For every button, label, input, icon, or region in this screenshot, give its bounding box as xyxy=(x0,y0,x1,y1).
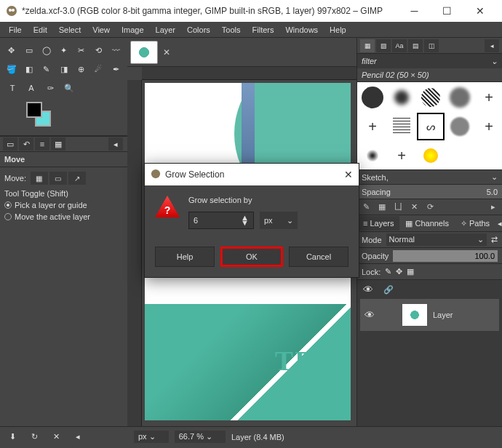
statusbar: ⬇ ↻ ✕ ◂ px ⌄ 66.7 % ⌄ Layer (8.4 MB) xyxy=(0,426,502,447)
sb-menu-icon[interactable]: ◂ xyxy=(70,430,86,444)
fonts-tab-icon[interactable]: Aa xyxy=(392,39,407,52)
lock-pixels-icon[interactable]: ✎ xyxy=(385,267,391,276)
pencil-icon[interactable]: ✎ xyxy=(39,61,54,77)
refresh-brush-icon[interactable]: ⟳ xyxy=(424,201,436,213)
edit-brush-icon[interactable]: ✎ xyxy=(360,201,372,213)
picker-icon[interactable]: ✑ xyxy=(42,80,58,96)
bucket-icon[interactable]: 🪣 xyxy=(4,61,19,77)
menu-select[interactable]: Select xyxy=(53,25,87,34)
clone-icon[interactable]: ⊕ xyxy=(73,61,88,77)
layer-visibility-icon[interactable]: 👁 xyxy=(364,309,378,321)
sb-save-icon[interactable]: ⬇ xyxy=(4,430,20,444)
fg-color-swatch[interactable] xyxy=(26,102,42,118)
right-tab-menu-icon[interactable]: ◂ xyxy=(485,39,499,52)
layers-tab-menu-icon[interactable]: ◂ xyxy=(498,219,502,228)
grow-amount-input[interactable]: 6 ▲▼ xyxy=(188,212,254,229)
free-select-icon[interactable]: ◯ xyxy=(39,42,54,58)
warp-icon[interactable]: 〰 xyxy=(108,42,123,58)
fuzzy-select-icon[interactable]: ✦ xyxy=(57,42,71,58)
pick-layer-radio[interactable] xyxy=(4,201,12,209)
maximize-button[interactable]: ☐ xyxy=(431,0,463,22)
rotate-icon[interactable]: ⟲ xyxy=(91,42,105,58)
menu-windows[interactable]: Windows xyxy=(279,25,324,34)
brush-spacing[interactable]: Spacing 5.0 xyxy=(357,184,502,199)
dialog-close-icon[interactable]: ✕ xyxy=(344,169,353,180)
tab-layers[interactable]: ≡Layers xyxy=(357,216,399,231)
zoom-select[interactable]: 66.7 % ⌄ xyxy=(175,431,226,443)
menu-tools[interactable]: Tools xyxy=(216,25,247,34)
menu-filters[interactable]: Filters xyxy=(247,25,280,34)
history-tab-icon[interactable]: ▤ xyxy=(408,39,423,52)
smudge-icon[interactable]: ☄ xyxy=(91,61,105,77)
mode-switch-icon[interactable]: ⇄ xyxy=(491,235,498,244)
gradient-icon[interactable]: ◧ xyxy=(22,61,36,77)
tab-paths[interactable]: ✧Paths xyxy=(455,216,495,231)
document-tab[interactable] xyxy=(130,41,158,64)
lock-alpha-icon[interactable]: ▦ xyxy=(407,267,414,276)
mode-select[interactable]: Normal ⌄ xyxy=(386,233,487,246)
menu-edit[interactable]: Edit xyxy=(28,25,53,34)
rect-select-icon[interactable]: ▭ xyxy=(22,42,36,58)
brushes-tab-icon[interactable]: ▦ xyxy=(360,39,375,52)
misc-tab-icon[interactable]: ◫ xyxy=(424,39,439,52)
text-icon[interactable]: T xyxy=(4,80,20,96)
move-mode-path-icon[interactable]: ↗ xyxy=(68,172,86,185)
move-mode-layer-icon[interactable]: ▦ xyxy=(31,172,48,185)
tool-options-tab-icon[interactable]: ▭ xyxy=(3,137,17,151)
sb-delete-icon[interactable]: ✕ xyxy=(48,430,64,444)
sb-revert-icon[interactable]: ↻ xyxy=(26,430,42,444)
warning-icon: ? xyxy=(155,196,180,217)
gimp-icon xyxy=(151,169,161,180)
layer-name[interactable]: Layer xyxy=(433,311,453,319)
layer-item[interactable]: 👁 Layer xyxy=(360,299,499,331)
undo-history-tab-icon[interactable]: ↶ xyxy=(19,137,33,151)
open-brush-icon[interactable]: ▸ xyxy=(487,201,499,213)
eraser-icon[interactable]: ◨ xyxy=(57,61,71,77)
move-tool-icon[interactable]: ✥ xyxy=(4,42,19,58)
help-button[interactable]: Help xyxy=(155,247,215,267)
ok-button[interactable]: OK xyxy=(220,247,283,267)
zoom-icon[interactable]: 🔍 xyxy=(61,80,77,96)
svg-point-2 xyxy=(12,9,15,12)
menu-layer[interactable]: Layer xyxy=(150,25,182,34)
fg-bg-colors[interactable] xyxy=(26,102,55,128)
menu-file[interactable]: File xyxy=(3,25,28,34)
menu-help[interactable]: Help xyxy=(324,25,352,34)
crop-icon[interactable]: ✂ xyxy=(73,42,88,58)
brush-filter[interactable]: filter ⌄ xyxy=(357,54,502,68)
selected-brush[interactable]: ᔕ xyxy=(417,113,445,140)
brush-category[interactable]: Sketch, ⌄ xyxy=(357,169,502,184)
menu-image[interactable]: Image xyxy=(116,25,150,34)
layer-list: 👁 🔗 👁 Layer xyxy=(357,280,502,426)
menu-colors[interactable]: Colors xyxy=(181,25,216,34)
new-brush-icon[interactable]: ▦ xyxy=(376,201,388,213)
unit-select[interactable]: px ⌄ xyxy=(260,212,298,229)
path-icon[interactable]: ✒ xyxy=(108,61,123,77)
mode-value: Normal xyxy=(389,235,415,244)
opacity-value: 100.0 xyxy=(474,252,495,260)
brush-grid[interactable]: + + ᔕ + + xyxy=(357,82,502,169)
minimize-button[interactable]: ─ xyxy=(398,0,431,22)
cancel-button[interactable]: Cancel xyxy=(289,247,348,267)
delete-brush-icon[interactable]: ✕ xyxy=(408,201,420,213)
unit-select[interactable]: px ⌄ xyxy=(134,431,169,443)
device-tab-icon[interactable]: ≡ xyxy=(35,137,49,151)
close-tab-icon[interactable]: ✕ xyxy=(161,47,172,58)
menu-view[interactable]: View xyxy=(87,25,116,34)
images-tab-icon[interactable]: ▦ xyxy=(51,137,65,151)
lock-position-icon[interactable]: ✥ xyxy=(396,267,402,276)
move-active-radio[interactable] xyxy=(4,213,12,220)
svg-point-3 xyxy=(151,169,160,178)
left-dock: ✥ ▭ ◯ ✦ ✂ ⟲ 〰 🪣 ◧ ✎ ◨ ⊕ ☄ ✒ T A ✑ � xyxy=(0,38,127,426)
heal-icon[interactable]: A xyxy=(23,80,39,96)
document-tabs: ✕ xyxy=(127,38,356,67)
chevron-down-icon: ⌄ xyxy=(287,216,293,225)
close-button[interactable]: ✕ xyxy=(463,0,496,22)
tab-menu-icon[interactable]: ◂ xyxy=(108,137,123,151)
duplicate-brush-icon[interactable]: ⼐ xyxy=(392,201,404,213)
tab-channels[interactable]: ▦Channels xyxy=(399,216,454,231)
move-mode-selection-icon[interactable]: ▭ xyxy=(49,172,67,185)
opacity-slider[interactable]: 100.0 xyxy=(393,250,498,262)
patterns-tab-icon[interactable]: ▨ xyxy=(376,39,391,52)
spin-down-icon[interactable]: ▼ xyxy=(241,220,249,225)
